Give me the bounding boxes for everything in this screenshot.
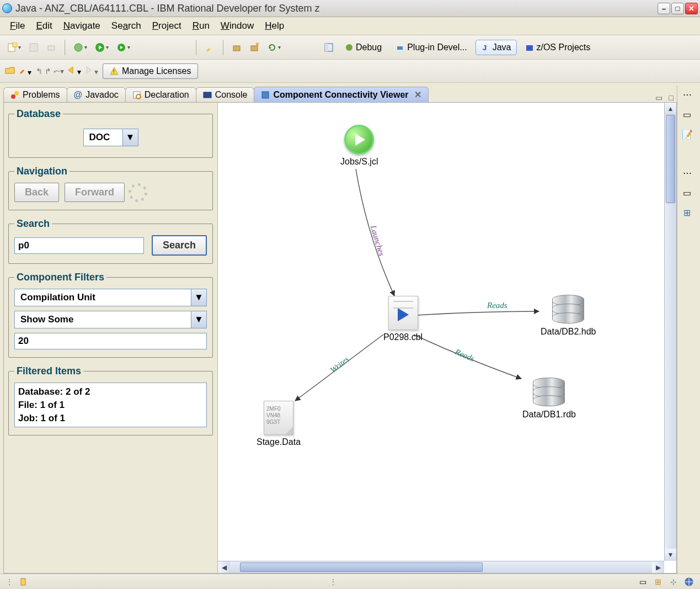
forward-arrow-icon[interactable]: ▾ <box>83 66 98 76</box>
dropdown-icon[interactable]: ▼ <box>191 289 206 306</box>
svg-rect-17 <box>397 46 403 50</box>
restore-icon[interactable]: ⋯ <box>681 167 693 179</box>
menu-window[interactable]: Window <box>216 19 258 33</box>
node-program[interactable]: P0298.cbl <box>383 296 423 342</box>
back-arrow-icon[interactable]: ▾ <box>66 66 81 76</box>
view-maximize-icon[interactable]: □ <box>669 93 674 102</box>
database-combo[interactable]: DOC ▼ <box>83 129 138 146</box>
menu-navigate[interactable]: Navigate <box>59 19 105 33</box>
restore-view-icon[interactable]: ▭ <box>681 187 693 199</box>
menu-project[interactable]: Project <box>148 19 186 33</box>
status-hierarchy-icon[interactable]: ⊹ <box>668 576 679 587</box>
package-icon[interactable] <box>229 40 244 55</box>
minimize-button[interactable]: – <box>658 3 670 14</box>
perspective-debug[interactable]: Debug <box>339 40 388 55</box>
node-db2[interactable]: Data/DB2.hdb <box>541 295 596 337</box>
paintbrush-icon[interactable]: ▾ <box>18 65 31 77</box>
perspective-plugin[interactable]: Plug-in Devel... <box>390 40 473 55</box>
outline-icon[interactable]: ⊞ <box>681 206 693 219</box>
debug-button[interactable]: ▾ <box>71 40 90 55</box>
warning-icon: ! <box>110 67 119 76</box>
editor-icon[interactable]: 📝 <box>681 128 693 140</box>
tab-close-icon[interactable]: ✕ <box>414 89 421 100</box>
file-icon: 2MF0 VN48 9G3T <box>264 401 293 435</box>
filtered-job: Job: 1 of 1 <box>18 412 203 425</box>
dropdown-icon[interactable]: ▼ <box>191 311 206 328</box>
vertical-scrollbar[interactable]: ▲ ▼ <box>664 103 676 561</box>
scroll-down-icon[interactable]: ▼ <box>665 549 676 561</box>
tab-component-viewer[interactable]: Component Connectivity Viewer ✕ <box>254 87 428 102</box>
svg-rect-29 <box>262 92 269 98</box>
svg-text:Reads: Reads <box>453 347 476 363</box>
save-button[interactable] <box>26 40 41 55</box>
database-legend: Database <box>14 108 63 120</box>
open-perspective-icon[interactable] <box>321 40 336 55</box>
scroll-right-icon[interactable]: ▶ <box>652 561 664 573</box>
toolbar-secondary: ▾ ↰ ↱ ⤺▾ ▾ ▾ ! Manage Licenses <box>0 60 700 83</box>
perspective-zos[interactable]: z/OS Projects <box>519 40 596 55</box>
restore-view-icon[interactable]: ▭ <box>681 108 693 120</box>
svg-marker-13 <box>269 46 271 49</box>
refresh-icon[interactable]: ▾ <box>264 40 284 55</box>
svg-text:J: J <box>483 44 487 52</box>
database-group: Database DOC ▼ <box>8 108 213 158</box>
package-star-icon[interactable]: ★ <box>247 40 262 55</box>
tab-console[interactable]: Console <box>196 87 255 102</box>
menu-file[interactable]: File <box>6 19 29 33</box>
dropdown-icon[interactable]: ▼ <box>122 129 138 146</box>
status-tree-icon[interactable]: ⊞ <box>653 576 664 587</box>
tab-declaration[interactable]: Declaration <box>125 87 196 102</box>
edge-reads-db2: Reads <box>487 301 507 310</box>
menu-search[interactable]: Search <box>107 19 146 33</box>
menu-edit[interactable]: Edit <box>31 19 56 33</box>
nav-down-icon[interactable]: ↱ <box>45 67 51 76</box>
filter-type-combo[interactable]: Compilation Unit ▼ <box>14 289 207 306</box>
tab-javadoc[interactable]: @ Javadoc <box>67 87 126 102</box>
svg-text:Writes: Writes <box>328 354 350 374</box>
scroll-thumb[interactable] <box>240 563 483 572</box>
status-item-icon[interactable] <box>18 576 29 587</box>
database-icon <box>552 295 584 325</box>
svg-rect-1 <box>13 43 17 47</box>
folder-icon[interactable] <box>4 65 15 77</box>
search-button[interactable]: Search <box>152 235 207 256</box>
filters-legend: Component Filters <box>14 272 106 283</box>
filter-count-input[interactable] <box>14 333 207 349</box>
scroll-up-icon[interactable]: ▲ <box>665 103 676 115</box>
graph-canvas[interactable]: Launches Reads Reads Writes <box>218 103 676 573</box>
manage-licenses-button[interactable]: ! Manage Licenses <box>103 63 198 79</box>
node-stage[interactable]: 2MF0 VN48 9G3T Stage.Data <box>257 401 301 447</box>
menu-run[interactable]: Run <box>188 19 214 33</box>
search-input[interactable] <box>14 237 144 254</box>
brush-icon[interactable] <box>202 40 217 55</box>
filter-show-combo[interactable]: Show Some ▼ <box>14 311 207 328</box>
status-globe-icon[interactable] <box>683 576 694 587</box>
print-button[interactable] <box>44 40 59 55</box>
program-icon <box>388 296 418 330</box>
tab-problems[interactable]: Problems <box>3 87 67 102</box>
status-bar: ⋮ ⋮ ▭ ⊞ ⊹ <box>0 574 700 589</box>
nav-up-icon[interactable]: ↰ <box>36 67 42 76</box>
nav-back-dropdown[interactable]: ⤺▾ <box>54 67 64 76</box>
view-minimize-icon[interactable]: ▭ <box>655 93 662 102</box>
run-last-button[interactable]: ▾ <box>114 40 133 55</box>
status-restore-icon[interactable]: ▭ <box>637 576 648 587</box>
back-button[interactable]: Back <box>14 183 59 202</box>
forward-button[interactable]: Forward <box>65 183 125 202</box>
horizontal-scrollbar[interactable]: ◀ ▶ <box>218 561 664 573</box>
scroll-thumb[interactable] <box>666 115 675 203</box>
scroll-left-icon[interactable]: ◀ <box>218 561 230 573</box>
maximize-button[interactable]: □ <box>671 3 684 14</box>
search-group: Search Search <box>8 218 213 264</box>
run-button[interactable]: ▾ <box>92 40 111 55</box>
close-button[interactable]: ✕ <box>685 3 698 14</box>
new-button[interactable]: ▾ <box>4 40 24 55</box>
restore-icon[interactable]: ⋯ <box>681 88 693 100</box>
node-job[interactable]: Jobs/S.jcl <box>340 125 378 167</box>
navigation-legend: Navigation <box>14 166 70 177</box>
perspective-java[interactable]: J Java <box>475 40 517 55</box>
menu-help[interactable]: Help <box>260 19 288 33</box>
svg-text:Launches: Launches <box>369 224 387 257</box>
component-icon <box>261 91 270 99</box>
node-db1[interactable]: Data/DB1.rdb <box>522 378 576 420</box>
